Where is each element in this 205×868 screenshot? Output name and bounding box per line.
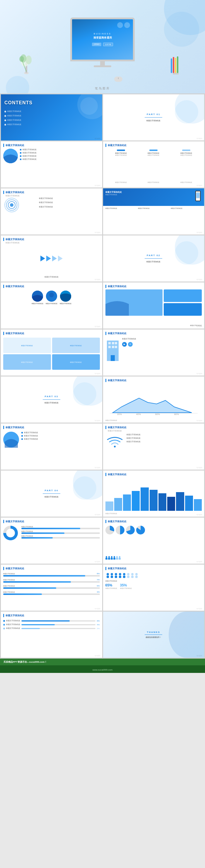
svg-rect-23	[112, 342, 114, 344]
p2-body	[108, 558, 110, 560]
thanks-label: THANKS	[145, 631, 162, 633]
p6-body	[119, 558, 121, 560]
sq-text-2: 标题文字添加此处	[70, 345, 82, 346]
part03-title: 标题文字添加此处	[43, 402, 60, 404]
slide-thanks: THANKS 感谢您的观看指导！ 笔鸟图库	[103, 612, 204, 658]
slide-wm: 笔鸟图库	[95, 514, 100, 516]
slide12-header: 标题文字添加此处	[105, 332, 202, 335]
slide14-title: 标题文字添加此处	[105, 379, 202, 382]
watermark: 笔鸟图库	[0, 87, 205, 91]
slide-contents: CONTENTS 标题文字添加此处 标题文字添加此处 标题文字添加此处 标题文字…	[1, 94, 102, 141]
slide10-title: 标题文字添加此处	[105, 285, 202, 288]
pbar-fill-2	[3, 581, 71, 583]
sl16-t1: 标题文字添加此处	[127, 434, 202, 436]
slide6-text-3: 标题文字添加此处	[171, 207, 202, 209]
bullet-text-1: 标题文字添加此处	[23, 149, 36, 151]
prog-fill-1	[21, 528, 80, 529]
svg-point-5	[19, 56, 24, 62]
slide5-text-1: 标题文字添加此处	[39, 197, 100, 199]
sl23-dot-3	[3, 628, 5, 629]
phone-speaker	[197, 192, 199, 192]
sl23-pct-3: 25%	[97, 628, 100, 629]
stat-num-2: 35%	[120, 583, 132, 587]
sl15-sq3	[21, 438, 23, 440]
svg-rect-26	[112, 346, 114, 348]
slide21-bars: 标题文字添加此处 85% 标题文字添加此处 70% 标题文字添加此处	[3, 573, 100, 595]
screen-brand: BUSINESS	[94, 33, 111, 35]
slide14-chart: 20% 40% 60% 80%	[105, 392, 202, 417]
dot-3	[4, 120, 6, 121]
slide19-bars: 标题文字添加此处 标题文字添加此处 标题文字添加此处	[21, 526, 100, 538]
screen-button-2[interactable]: 会员下载	[103, 43, 113, 46]
btn-circle-2[interactable]: ✉	[128, 342, 133, 347]
slide21-title: 标题文字添加此处	[3, 567, 100, 570]
slide5-text-2: 标题文字添加此处	[39, 201, 100, 204]
sl15-t2: 标题文字添加此处	[24, 435, 38, 437]
photo-main	[105, 289, 162, 316]
part04-bg-2	[73, 476, 96, 500]
prog-fill-2	[21, 532, 65, 534]
bar-8	[167, 497, 175, 511]
svg-rect-27	[115, 346, 117, 348]
svg-rect-50	[131, 576, 133, 578]
sq-2: 标题文字添加此处	[52, 338, 100, 353]
sl15-sq2	[21, 435, 23, 437]
btn-circle-1[interactable]: ▶	[122, 342, 127, 347]
part03-center: PART 03 标题文字添加此处	[43, 395, 60, 404]
part04-divider	[43, 494, 60, 494]
slide-collage: 标题文字添加此处 标题文字添加此处 笔鸟图库	[103, 282, 204, 329]
sl16-t3: 标题文字添加此处	[127, 441, 202, 443]
slide9-circles: 标题文字添加此处 标题文字添加此处 标题文字添加此处	[3, 290, 100, 304]
slide23-header: 标题文字添加此处	[3, 614, 100, 617]
part01-divider	[145, 117, 162, 118]
progress-row-3: 标题文字添加此处	[21, 535, 100, 538]
part03-label: PART 03	[43, 395, 60, 398]
slide-wm: 笔鸟图库	[95, 373, 100, 374]
bar-6	[150, 490, 158, 511]
svg-point-37	[107, 573, 109, 576]
circle-img-2	[46, 290, 57, 302]
grid-text-3: 标题文字添加此处	[171, 152, 202, 154]
slide-part03: PART 03 标题文字添加此处 笔鸟图库	[1, 376, 102, 423]
screen-circle-2	[124, 22, 130, 28]
slide-bar-chart: 标题文字添加此处 标题文字添加此处 笔鸟图库	[103, 470, 204, 517]
part02-divider	[145, 258, 162, 259]
p1-body	[105, 558, 107, 560]
part01-center: PART 01 标题文字添加此处	[145, 113, 162, 122]
hero-section: BUSINESS 渐变蓝商务通用 立即购买 会员下载 笔鸟图库	[0, 0, 205, 93]
screen-button-1[interactable]: 立即购买	[92, 43, 101, 46]
svg-point-39	[111, 573, 113, 576]
pbar-row-4: 标题文字添加此处 40%	[3, 591, 100, 595]
slide22-title: 标题文字添加此处	[105, 567, 202, 570]
circle-col-2: 标题文字添加此处	[46, 290, 57, 304]
slide5-subtitle: 标题文字添加此处	[3, 194, 24, 197]
slide-building: 标题文字添加此处 标题文字添加此处 ▶ ✉	[103, 330, 204, 376]
arrow-4	[58, 255, 63, 261]
slide7-arrows	[41, 255, 63, 261]
slide3-title: 标题文字添加此处	[3, 144, 100, 147]
bar-3	[123, 494, 131, 511]
prog-fill-3	[21, 537, 53, 538]
slide4-header: 标题文字添加此处	[105, 144, 202, 147]
slide12-buttons: ▶ ✉	[122, 342, 202, 347]
monitor-neck	[100, 61, 105, 65]
slide4-grid2: 标题文字添加此处 标题文字添加此处 标题文字添加此处	[105, 181, 202, 183]
prog-bg-3	[21, 537, 100, 538]
pbar-label-3: 标题文字添加此处	[3, 585, 15, 587]
contents-line-text-4: 标题文字添加此处	[7, 123, 21, 126]
slide-pie-icons: 标题文字添加此处	[103, 518, 204, 564]
pbar-bg-4	[3, 593, 100, 595]
bullet-text-3: 标题文字添加此处	[23, 155, 36, 157]
part04-label: PART 04	[43, 489, 60, 492]
slide-wm: 笔鸟图库	[197, 514, 202, 516]
pbar-row-1: 标题文字添加此处 85%	[3, 573, 100, 577]
slide-wm: 笔鸟图库	[95, 561, 100, 562]
slide22-header: 标题文字添加此处	[105, 567, 202, 570]
contents-items: 标题文字添加此处 标题文字添加此处 标题文字添加此处 标题文字添加此处	[4, 110, 32, 126]
grid-sub-3: 标题文字添加此处	[171, 155, 202, 156]
sl15-t3: 标题文字添加此处	[24, 438, 38, 440]
slide12-title: 标题文字添加此处	[105, 332, 202, 335]
slide3-header: 标题文字添加此处	[3, 144, 100, 147]
slide-wm: 笔鸟图库	[95, 231, 100, 234]
slide15-title: 标题文字添加此处	[3, 426, 100, 429]
